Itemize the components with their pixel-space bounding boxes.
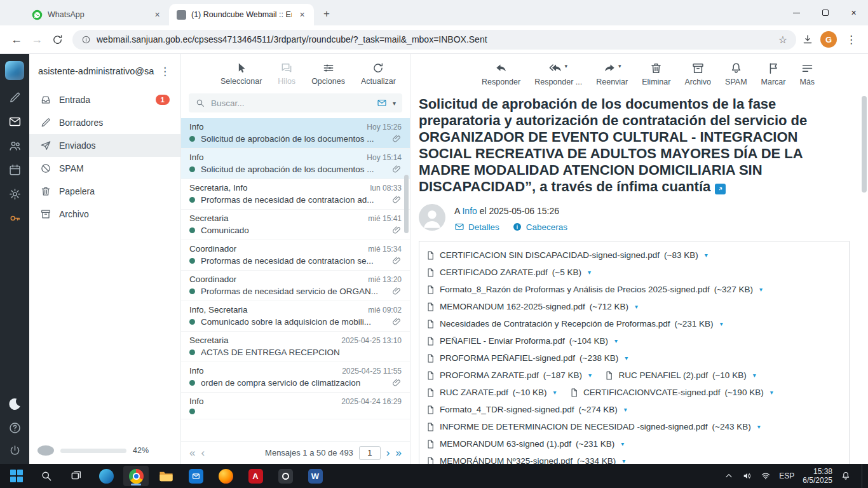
close-window-button[interactable]: ×: [839, 0, 868, 25]
attachment-item[interactable]: PROFORMA PEÑAFIEL-signed.pdf (~238 KB) ▾: [426, 349, 635, 367]
close-tab-icon[interactable]: ×: [297, 10, 308, 20]
message-list-item[interactable]: Coordinador mié 15:34 Proformas de neces…: [181, 240, 410, 271]
site-info-icon[interactable]: [81, 35, 91, 44]
attachment-item[interactable]: INFORME DE DETERMINACION DE NECESIDAD -s…: [426, 418, 768, 435]
compose-icon[interactable]: [8, 91, 22, 104]
attachment-menu-icon[interactable]: ▾: [770, 389, 773, 396]
page-input[interactable]: [359, 446, 381, 460]
attachment-menu-icon[interactable]: ▾: [753, 372, 756, 379]
attachment-item[interactable]: MEMORANDUM 162-2025-signed.pdf (~712 KB)…: [426, 298, 646, 315]
taskbar-firefox[interactable]: [213, 466, 238, 486]
tab-webmail[interactable]: (1) Roundcube Webmail :: Envia ×: [169, 4, 314, 25]
account-menu-icon[interactable]: ⋮: [158, 65, 172, 78]
settings-icon[interactable]: [8, 187, 22, 201]
attachment-item[interactable]: Necesidades de Contratación y Recepción …: [426, 315, 731, 332]
attachment-item[interactable]: CERTIFICACIONVCATE-signed.pdf (~190 KB) …: [569, 384, 781, 401]
message-list-item[interactable]: Secretaria mié 15:41 Comunicado: [181, 210, 410, 240]
search-bar[interactable]: ▾: [189, 93, 402, 112]
minimize-button[interactable]: [782, 0, 811, 25]
folder-sent[interactable]: Enviados: [29, 134, 180, 157]
forward-button[interactable]: ▾ Reenviar: [596, 62, 628, 86]
message-list-item[interactable]: Info 2025-04-24 16:29: [181, 393, 410, 419]
webmail-logo[interactable]: [5, 61, 24, 80]
attachment-menu-icon[interactable]: ▾: [588, 269, 591, 276]
attachment-menu-icon[interactable]: ▾: [621, 440, 624, 447]
recipient-link[interactable]: Info: [462, 206, 477, 216]
calendar-icon[interactable]: [8, 163, 22, 177]
start-button[interactable]: [4, 466, 29, 486]
junk-button[interactable]: SPAM: [725, 62, 747, 86]
attachment-menu-icon[interactable]: ▾: [588, 372, 592, 379]
show-desktop-button[interactable]: [862, 464, 864, 488]
select-button[interactable]: Seleccionar: [220, 62, 262, 86]
attachment-menu-icon[interactable]: ▾: [622, 458, 625, 464]
list-scrollbar[interactable]: [404, 175, 409, 233]
headers-toggle[interactable]: Cabeceras: [512, 222, 567, 232]
taskbar-app-gray[interactable]: [273, 466, 298, 486]
volume-icon[interactable]: [742, 471, 752, 481]
profile-avatar[interactable]: G: [820, 31, 837, 48]
forward-button[interactable]: →: [27, 29, 47, 50]
task-view-button[interactable]: [64, 466, 89, 486]
attachment-item[interactable]: RUC PENAFIEL (2).pdf (~10 KB) ▾: [604, 367, 763, 384]
attachment-menu-icon[interactable]: ▾: [624, 406, 627, 413]
address-bar[interactable]: webmail.sanjuan.gob.ec/cpsess4713464511/…: [72, 30, 796, 50]
attachment-item[interactable]: Formato_4_TDR-signed-signed.pdf (~274 KB…: [426, 401, 635, 418]
close-tab-icon[interactable]: ×: [152, 10, 163, 20]
mark-button[interactable]: Marcar: [761, 62, 786, 86]
attachment-menu-icon[interactable]: ▾: [759, 286, 763, 293]
downloads-button[interactable]: [801, 33, 814, 46]
message-list-item[interactable]: Secretaria 2025-04-25 13:10 ACTAS DE ENT…: [181, 332, 410, 362]
contacts-icon[interactable]: [8, 139, 22, 152]
attachment-menu-icon[interactable]: ▾: [553, 389, 556, 396]
attachment-item[interactable]: PROFORMA ZARATE.pdf (~187 KB) ▾: [426, 367, 599, 384]
folder-inbox[interactable]: Entrada 1: [29, 88, 180, 111]
next-page-button[interactable]: ›: [386, 447, 390, 458]
taskbar-mail-app[interactable]: [183, 466, 208, 486]
attachment-item[interactable]: MEMORANDUM 63-signed (1).pdf (~231 KB) ▾: [426, 435, 632, 452]
attachment-menu-icon[interactable]: ▾: [625, 355, 628, 362]
taskbar-acrobat[interactable]: A: [243, 466, 268, 486]
folder-archive[interactable]: Archivo: [29, 203, 180, 226]
logout-icon[interactable]: [8, 444, 22, 458]
keyboard-language[interactable]: ESP: [779, 471, 794, 480]
tray-expand-icon[interactable]: [724, 471, 734, 481]
refresh-button[interactable]: [47, 29, 67, 50]
details-toggle[interactable]: Detalles: [454, 222, 499, 232]
message-list-item[interactable]: Info Hoy 15:26 Solicitud de aprobación d…: [181, 118, 410, 149]
attachment-menu-icon[interactable]: ▾: [757, 423, 761, 430]
taskbar-file-explorer[interactable]: [153, 466, 179, 486]
taskbar-edge[interactable]: [93, 466, 119, 486]
message-list-item[interactable]: Info 2025-04-25 11:55 orden de compra se…: [181, 362, 410, 393]
message-list-item[interactable]: Info Hoy 15:14 Solicitud de aprobación d…: [181, 149, 410, 179]
taskbar-chrome[interactable]: [123, 466, 149, 486]
reader-scrollbar[interactable]: [862, 96, 867, 193]
delete-button[interactable]: Eliminar: [642, 62, 670, 86]
tab-whatsapp[interactable]: WhatsApp ×: [24, 4, 169, 25]
attachment-item[interactable]: RUC ZARATE.pdf (~10 KB) ▾: [426, 384, 564, 401]
search-input[interactable]: [211, 98, 371, 108]
taskbar-word[interactable]: W: [302, 466, 328, 486]
message-list-item[interactable]: Info, Secretaria mié 09:02 Comunicado so…: [181, 301, 410, 332]
attachment-menu-icon[interactable]: ▾: [635, 303, 638, 310]
network-icon[interactable]: [761, 471, 771, 481]
folder-drafts[interactable]: Borradores: [29, 111, 180, 134]
attachment-menu-icon[interactable]: ▾: [720, 320, 723, 327]
attachment-item[interactable]: CERTIFICACION SIN DISCAPACIDAD-signed-si…: [426, 247, 715, 264]
reply-all-button[interactable]: ▾ Responder ...: [534, 62, 582, 86]
reply-button[interactable]: Responder: [482, 62, 520, 86]
attachment-item[interactable]: MEMORÁNDUM Nº325-signed.pdf (~334 KB) ▾: [426, 452, 633, 464]
search-options-caret-icon[interactable]: ▾: [393, 100, 396, 107]
open-in-new-window-icon[interactable]: [715, 184, 726, 194]
folder-trash[interactable]: Papelera: [29, 180, 180, 203]
back-button[interactable]: ←: [6, 29, 27, 50]
attachment-item[interactable]: CERTIFICADO ZARATE.pdf (~5 KB) ▾: [426, 264, 599, 281]
prev-page-button[interactable]: ‹: [201, 447, 205, 458]
taskbar-clock[interactable]: 15:38 6/5/2025: [803, 467, 832, 485]
maximize-button[interactable]: [811, 0, 839, 25]
attachment-menu-icon[interactable]: ▾: [614, 337, 618, 344]
refresh-list-button[interactable]: Actualizar: [361, 62, 396, 86]
threads-button[interactable]: Hilos: [278, 62, 295, 86]
taskbar-search-button[interactable]: [34, 466, 59, 486]
key-icon[interactable]: [8, 212, 22, 225]
